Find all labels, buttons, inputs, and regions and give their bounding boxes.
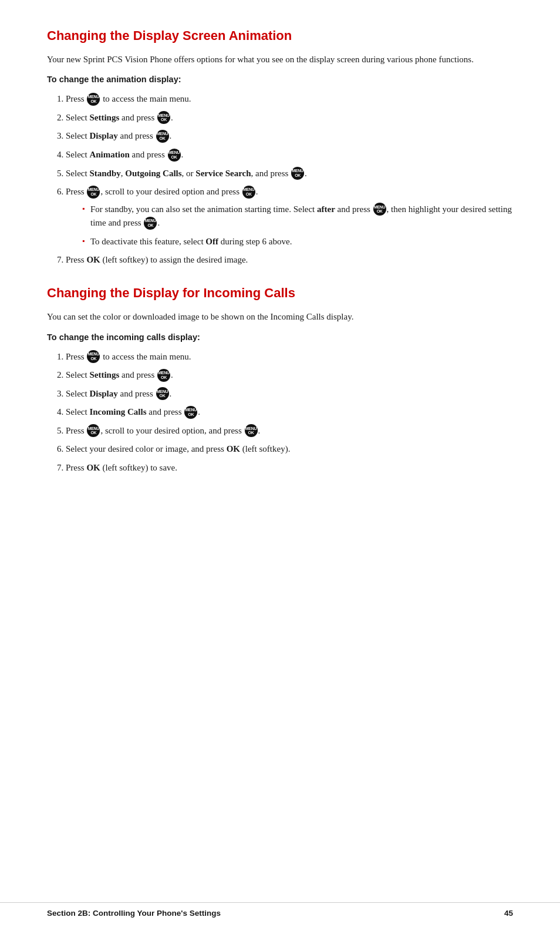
menu-ok-icon: MENUOK [156, 387, 169, 400]
menu-ok-icon: MENUOK [87, 350, 100, 363]
menu-ok-icon: MENUOK [87, 186, 100, 199]
step-1-6-bullets: For standby, you can also set the animat… [82, 203, 513, 248]
step-2-3: Select Display and press MENUOK. [66, 387, 513, 401]
section2-title: Changing the Display for Incoming Calls [47, 285, 513, 301]
step-2-6: Select your desired color or image, and … [66, 442, 513, 456]
menu-ok-icon: MENUOK [245, 424, 258, 437]
section2-subheading: To change the incoming calls display: [47, 332, 513, 342]
step-2-2: Select Settings and press MENUOK. [66, 368, 513, 382]
menu-ok-icon: MENUOK [157, 111, 170, 124]
step-1-5: Select Standby, Outgoing Calls, or Servi… [66, 167, 513, 181]
section1-intro: Your new Sprint PCS Vision Phone offers … [47, 53, 513, 66]
footer-right: 45 [504, 909, 513, 918]
bullet-2: To deactivate this feature, select Off d… [82, 235, 513, 248]
step-1-7: Press OK (left softkey) to assign the de… [66, 253, 513, 267]
menu-ok-icon: MENUOK [87, 93, 100, 106]
section1-title: Changing the Display Screen Animation [47, 28, 513, 43]
step-2-7: Press OK (left softkey) to save. [66, 461, 513, 475]
menu-ok-icon: MENUOK [168, 149, 181, 162]
footer-left: Section 2B: Controlling Your Phone's Set… [47, 909, 221, 918]
bullet-1: For standby, you can also set the animat… [82, 203, 513, 230]
section2-steps: Press MENUOK to access the main menu. Se… [66, 350, 513, 475]
section2-intro: You can set the color or downloaded imag… [47, 310, 513, 324]
step-2-5: Press MENUOK, scroll to your desired opt… [66, 424, 513, 438]
menu-ok-icon: MENUOK [242, 186, 255, 199]
menu-ok-icon: MENUOK [87, 424, 100, 437]
menu-ok-icon: MENUOK [157, 369, 170, 382]
page-content: Changing the Display Screen Animation Yo… [0, 0, 560, 533]
menu-ok-icon: MENUOK [184, 406, 197, 419]
step-2-1: Press MENUOK to access the main menu. [66, 350, 513, 364]
section1-subheading: To change the animation display: [47, 75, 513, 84]
menu-ok-icon: MENUOK [156, 130, 169, 143]
step-1-3: Select Display and press MENUOK. [66, 129, 513, 143]
step-1-1: Press MENUOK to access the main menu. [66, 92, 513, 106]
menu-ok-icon: MENUOK [291, 167, 304, 180]
step-2-4: Select Incoming Calls and press MENUOK. [66, 405, 513, 419]
step-1-4: Select Animation and press MENUOK. [66, 148, 513, 162]
step-1-6: Press MENUOK, scroll to your desired opt… [66, 185, 513, 248]
footer: Section 2B: Controlling Your Phone's Set… [0, 902, 560, 918]
step-1-2: Select Settings and press MENUOK. [66, 111, 513, 125]
menu-ok-icon: MENUOK [144, 217, 157, 230]
menu-ok-icon: MENUOK [373, 203, 386, 216]
section1-steps: Press MENUOK to access the main menu. Se… [66, 92, 513, 267]
